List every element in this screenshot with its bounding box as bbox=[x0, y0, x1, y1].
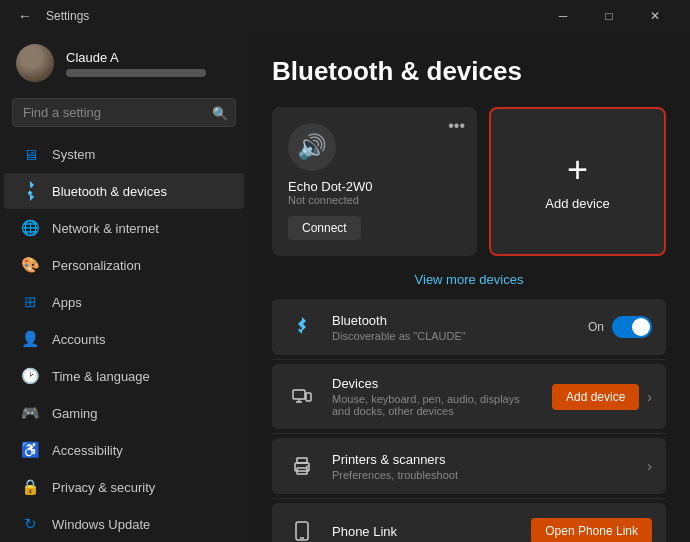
update-icon: ↻ bbox=[20, 514, 40, 534]
titlebar-title: Settings bbox=[46, 9, 89, 23]
sidebar-item-label-accounts: Accounts bbox=[52, 332, 105, 347]
user-profile[interactable]: Claude A bbox=[0, 32, 248, 94]
sidebar-item-network[interactable]: 🌐Network & internet bbox=[4, 210, 244, 246]
device-icon: 🔊 bbox=[297, 133, 327, 161]
sidebar-item-label-accessibility: Accessibility bbox=[52, 443, 123, 458]
more-options-icon[interactable]: ••• bbox=[448, 117, 465, 135]
sidebar-item-label-network: Network & internet bbox=[52, 221, 159, 236]
printers-row-title: Printers & scanners bbox=[332, 452, 633, 467]
titlebar-left: ← Settings bbox=[12, 6, 89, 26]
svg-point-7 bbox=[306, 466, 308, 468]
settings-row-devices[interactable]: DevicesMouse, keyboard, pen, audio, disp… bbox=[272, 364, 666, 429]
phonelink-row-text: Phone Link bbox=[332, 524, 517, 539]
sidebar-item-system[interactable]: 🖥System bbox=[4, 136, 244, 172]
bluetooth-row-sub: Discoverable as "CLAUDE" bbox=[332, 330, 574, 342]
devices-row: ••• 🔊 Echo Dot-2W0 Not connected Connect… bbox=[272, 107, 666, 256]
sidebar-item-label-apps: Apps bbox=[52, 295, 82, 310]
main-panel: Bluetooth & devices ••• 🔊 Echo Dot-2W0 N… bbox=[248, 32, 690, 542]
add-device-card[interactable]: + Add device bbox=[489, 107, 666, 256]
settings-row-phonelink[interactable]: Phone LinkOpen Phone Link bbox=[272, 503, 666, 542]
search-box: 🔍 bbox=[12, 98, 236, 127]
system-icon: 🖥 bbox=[20, 144, 40, 164]
window-controls: ─ □ ✕ bbox=[540, 0, 678, 32]
printers-row-sub: Preferences, troubleshoot bbox=[332, 469, 633, 481]
divider bbox=[272, 359, 666, 360]
titlebar: ← Settings ─ □ ✕ bbox=[0, 0, 690, 32]
printers-row-text: Printers & scannersPreferences, troubles… bbox=[332, 452, 633, 481]
user-name: Claude A bbox=[66, 50, 206, 65]
close-button[interactable]: ✕ bbox=[632, 0, 678, 32]
printers-row-icon bbox=[286, 450, 318, 482]
sidebar-item-label-personalization: Personalization bbox=[52, 258, 141, 273]
time-icon: 🕑 bbox=[20, 366, 40, 386]
sidebar-item-privacy[interactable]: 🔒Privacy & security bbox=[4, 469, 244, 505]
bluetooth-toggle-label: On bbox=[588, 320, 604, 334]
settings-list: BluetoothDiscoverable as "CLAUDE"On Devi… bbox=[272, 299, 666, 542]
sidebar-item-time[interactable]: 🕑Time & language bbox=[4, 358, 244, 394]
bluetooth-icon bbox=[20, 181, 40, 201]
add-plus-icon: + bbox=[567, 152, 588, 188]
devices-add-button[interactable]: Add device bbox=[552, 384, 639, 410]
sidebar-item-personalization[interactable]: 🎨Personalization bbox=[4, 247, 244, 283]
phonelink-open-button[interactable]: Open Phone Link bbox=[531, 518, 652, 542]
settings-row-printers[interactable]: Printers & scannersPreferences, troubles… bbox=[272, 438, 666, 494]
avatar-image bbox=[16, 44, 54, 82]
phonelink-row-icon bbox=[286, 515, 318, 542]
sidebar-item-accounts[interactable]: 👤Accounts bbox=[4, 321, 244, 357]
network-icon: 🌐 bbox=[20, 218, 40, 238]
settings-row-bluetooth[interactable]: BluetoothDiscoverable as "CLAUDE"On bbox=[272, 299, 666, 355]
sidebar-item-label-gaming: Gaming bbox=[52, 406, 98, 421]
bluetooth-row-right: On bbox=[588, 316, 652, 338]
bluetooth-toggle-knob bbox=[632, 318, 650, 336]
devices-row-sub: Mouse, keyboard, pen, audio, displays an… bbox=[332, 393, 538, 417]
app-body: Claude A 🔍 🖥System Bluetooth & devices🌐N… bbox=[0, 32, 690, 542]
personalization-icon: 🎨 bbox=[20, 255, 40, 275]
sidebar-item-bluetooth[interactable]: Bluetooth & devices bbox=[4, 173, 244, 209]
page-title: Bluetooth & devices bbox=[272, 56, 666, 87]
devices-row-icon bbox=[286, 381, 318, 413]
sidebar-item-apps[interactable]: ⊞Apps bbox=[4, 284, 244, 320]
svg-rect-1 bbox=[306, 393, 311, 401]
device-status: Not connected bbox=[288, 194, 461, 206]
sidebar-item-label-system: System bbox=[52, 147, 95, 162]
sidebar-item-update[interactable]: ↻Windows Update bbox=[4, 506, 244, 542]
bluetooth-row-text: BluetoothDiscoverable as "CLAUDE" bbox=[332, 313, 574, 342]
connect-button[interactable]: Connect bbox=[288, 216, 361, 240]
search-icon: 🔍 bbox=[212, 105, 228, 120]
sidebar-item-label-update: Windows Update bbox=[52, 517, 150, 532]
device-card: ••• 🔊 Echo Dot-2W0 Not connected Connect bbox=[272, 107, 477, 256]
privacy-icon: 🔒 bbox=[20, 477, 40, 497]
devices-chevron-icon: › bbox=[647, 389, 652, 405]
minimize-button[interactable]: ─ bbox=[540, 0, 586, 32]
bluetooth-row-title: Bluetooth bbox=[332, 313, 574, 328]
phonelink-row-title: Phone Link bbox=[332, 524, 517, 539]
maximize-button[interactable]: □ bbox=[586, 0, 632, 32]
bluetooth-toggle[interactable] bbox=[612, 316, 652, 338]
back-button[interactable]: ← bbox=[12, 6, 38, 26]
sidebar: Claude A 🔍 🖥System Bluetooth & devices🌐N… bbox=[0, 32, 248, 542]
nav-list: 🖥System Bluetooth & devices🌐Network & in… bbox=[0, 135, 248, 542]
divider bbox=[272, 433, 666, 434]
view-more-link[interactable]: View more devices bbox=[272, 264, 666, 299]
user-info: Claude A bbox=[66, 50, 206, 77]
phonelink-row-right: Open Phone Link bbox=[531, 518, 652, 542]
sidebar-item-label-time: Time & language bbox=[52, 369, 150, 384]
device-icon-wrap: 🔊 bbox=[288, 123, 336, 171]
device-name: Echo Dot-2W0 bbox=[288, 179, 461, 194]
svg-rect-0 bbox=[293, 390, 305, 399]
devices-row-right: Add device› bbox=[552, 384, 652, 410]
search-input[interactable] bbox=[12, 98, 236, 127]
divider bbox=[272, 498, 666, 499]
sidebar-item-gaming[interactable]: 🎮Gaming bbox=[4, 395, 244, 431]
apps-icon: ⊞ bbox=[20, 292, 40, 312]
user-subtitle bbox=[66, 69, 206, 77]
bluetooth-row-icon bbox=[286, 311, 318, 343]
devices-row-title: Devices bbox=[332, 376, 538, 391]
sidebar-item-label-privacy: Privacy & security bbox=[52, 480, 155, 495]
sidebar-item-accessibility[interactable]: ♿Accessibility bbox=[4, 432, 244, 468]
printers-chevron-icon: › bbox=[647, 458, 652, 474]
svg-rect-5 bbox=[297, 458, 307, 463]
gaming-icon: 🎮 bbox=[20, 403, 40, 423]
accounts-icon: 👤 bbox=[20, 329, 40, 349]
avatar bbox=[16, 44, 54, 82]
